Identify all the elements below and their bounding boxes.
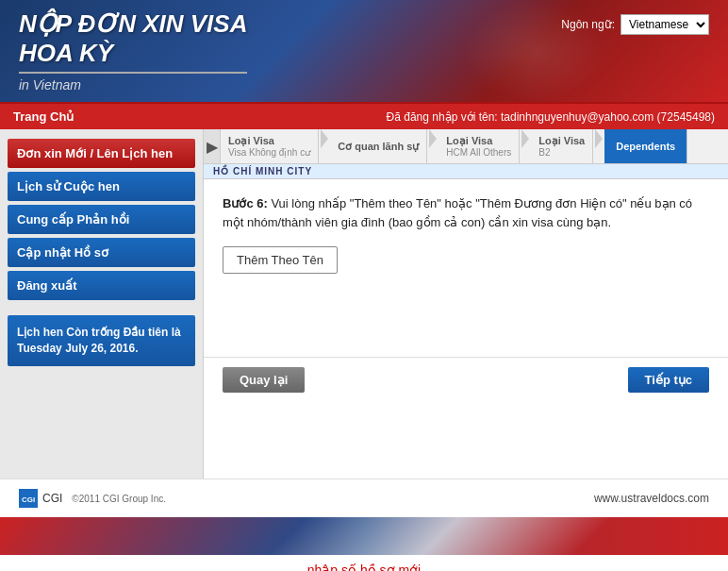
location-bar: HỒ CHÍ MINH CITY xyxy=(204,164,728,179)
step-5-dependents: Dependents xyxy=(604,129,687,163)
content-area: ▶ Loại Visa Visa Không định cư Cơ quan l… xyxy=(203,129,728,479)
step4-label: Loại Visa xyxy=(538,135,585,147)
cgi-brand: CGI xyxy=(42,492,62,505)
step3-label: Loại Visa xyxy=(446,135,511,147)
step2-label: Cơ quan lãnh sự xyxy=(338,141,419,153)
site-title: NỘP ĐƠN XIN VISA HOA KỲ xyxy=(19,9,247,74)
breadcrumb-start-icon: ▶ xyxy=(204,129,221,163)
cgi-logo-box: CGI xyxy=(19,489,38,508)
bottom-text: nhập số hồ sơ mới xyxy=(0,555,728,571)
logo-area: NỘP ĐƠN XIN VISA HOA KỲ in Vietnam xyxy=(19,9,247,92)
footer-wave xyxy=(0,517,728,555)
footer-copyright: ©2011 CGI Group Inc. xyxy=(72,494,166,504)
content-footer: Quay lại Tiếp tục xyxy=(204,357,728,402)
sidebar: Đơn xin Mới / Lên Lịch hen Lịch sử Cuộc … xyxy=(0,129,203,479)
back-button[interactable]: Quay lại xyxy=(223,367,305,393)
main-wrapper: Đơn xin Mới / Lên Lịch hen Lịch sử Cuộc … xyxy=(0,129,728,479)
step-4: Loại Visa B2 xyxy=(531,129,593,163)
next-button[interactable]: Tiếp tục xyxy=(628,367,709,393)
site-subtitle: in Vietnam xyxy=(19,77,247,92)
sidebar-btn-feedback[interactable]: Cung cấp Phản hồi xyxy=(8,205,195,234)
footer-url: www.ustraveldocs.com xyxy=(594,492,709,505)
step5-label: Dependents xyxy=(616,141,675,152)
user-status: Đã đăng nhập với tên: tadinhnguyenhuy@ya… xyxy=(373,105,728,129)
step-number: Bước 6: xyxy=(223,196,271,210)
nav-bar: Trang Chủ Đã đăng nhập với tên: tadinhng… xyxy=(0,102,728,129)
arrow-4 xyxy=(595,129,603,148)
step-2: Cơ quan lãnh sự xyxy=(330,129,427,163)
step1-sub: Visa Không định cư xyxy=(228,147,310,158)
page-footer: CGI CGI ©2011 CGI Group Inc. www.ustrave… xyxy=(0,479,728,517)
footer-logo-area: CGI CGI ©2011 CGI Group Inc. xyxy=(19,489,166,508)
arrow-2 xyxy=(429,129,437,148)
step-description: Bước 6: Vui lòng nhấp "Thêm theo Tên" ho… xyxy=(223,194,709,231)
arrow-3 xyxy=(521,129,529,148)
step-desc-text: Vui lòng nhấp "Thêm theo Tên" hoặc "Thêm… xyxy=(223,196,692,229)
breadcrumb: ▶ Loại Visa Visa Không định cư Cơ quan l… xyxy=(204,129,728,164)
arrow-1 xyxy=(321,129,328,148)
sidebar-info: Lịch hen Còn trống Đầu tiên là Tuesday J… xyxy=(8,315,195,366)
step4-sub: B2 xyxy=(538,147,585,158)
sidebar-btn-update[interactable]: Cập nhật Hồ sơ xyxy=(8,238,195,267)
step1-label: Loại Visa xyxy=(228,135,310,147)
page-header: NỘP ĐƠN XIN VISA HOA KỲ in Vietnam Ngôn … xyxy=(0,0,728,102)
language-select[interactable]: Vietnamese English xyxy=(620,14,709,35)
content-body: Bước 6: Vui lòng nhấp "Thêm theo Tên" ho… xyxy=(204,179,728,300)
step-3: Loại Visa HCM All Others xyxy=(438,129,520,163)
add-by-name-button[interactable]: Thêm Theo Tên xyxy=(223,246,338,274)
home-link[interactable]: Trang Chủ xyxy=(0,104,87,129)
sidebar-btn-new-appt[interactable]: Đơn xin Mới / Lên Lịch hen xyxy=(8,139,195,168)
language-selector-area: Ngôn ngữ: Vietnamese English xyxy=(561,14,709,35)
step-1: Loại Visa Visa Không định cư xyxy=(221,129,319,163)
language-label: Ngôn ngữ: xyxy=(561,18,615,31)
sidebar-btn-logout[interactable]: Đăng xuất xyxy=(8,271,195,300)
step3-sub: HCM All Others xyxy=(446,147,511,158)
sidebar-btn-history[interactable]: Lịch sử Cuộc hen xyxy=(8,172,195,201)
svg-text:CGI: CGI xyxy=(22,495,35,504)
